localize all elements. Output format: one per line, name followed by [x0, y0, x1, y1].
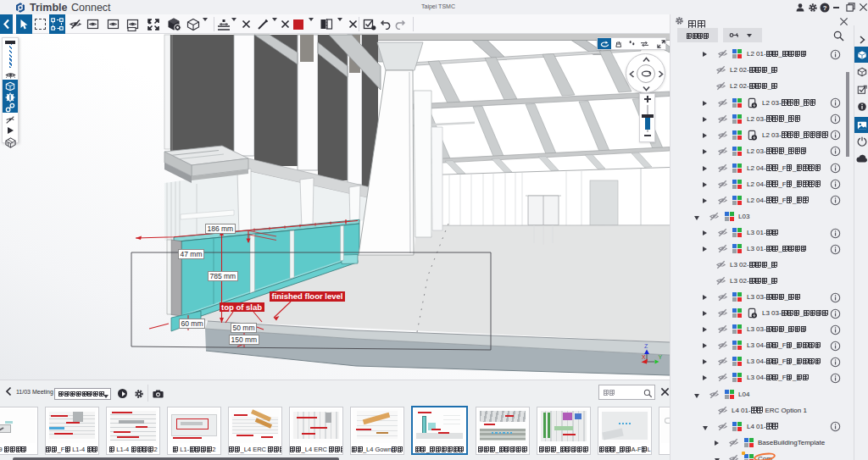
- svg-text:Y: Y: [659, 354, 663, 360]
- svg-text:Z: Z: [644, 343, 648, 349]
- svg-text:?: ?: [823, 4, 827, 12]
- svg-text:X: X: [642, 354, 646, 360]
